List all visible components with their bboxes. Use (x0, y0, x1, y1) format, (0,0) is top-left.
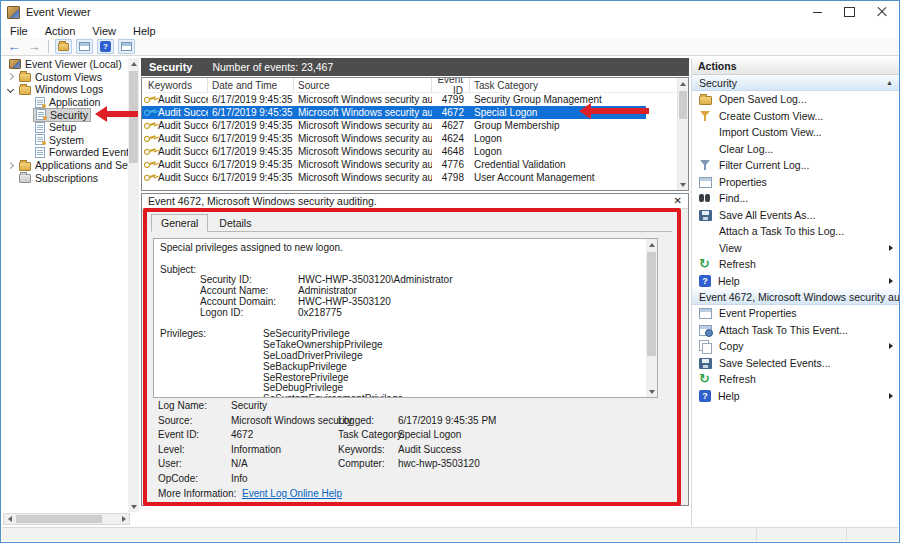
tree-item-system[interactable]: System (3, 134, 139, 147)
scroll-up-icon[interactable] (678, 78, 688, 89)
action-attach-task-to-log[interactable]: Attach a Task To this Log... (692, 223, 900, 240)
tree-item-setup[interactable]: Setup (3, 121, 139, 134)
properties-icon (699, 177, 712, 188)
tree-item-event-viewer-local[interactable]: Event Viewer (Local) (3, 58, 139, 71)
action-refresh-event[interactable]: Refresh (692, 371, 900, 388)
action-open-saved-log[interactable]: Open Saved Log... (692, 91, 900, 108)
refresh-icon (699, 373, 712, 385)
action-refresh[interactable]: Refresh (692, 256, 900, 273)
action-help[interactable]: Help (692, 273, 900, 290)
tree-item-application[interactable]: Application (3, 96, 139, 109)
folder-icon (19, 73, 31, 82)
menu-action[interactable]: Action (45, 25, 76, 37)
column-keywords[interactable]: Keywords (142, 78, 208, 92)
table-row[interactable]: Audit Success 6/17/2019 9:45:35 PM Micro… (142, 158, 688, 171)
maximize-icon[interactable] (833, 1, 865, 23)
help-icon (699, 275, 711, 287)
action-attach-task-to-event[interactable]: Attach Task To This Event... (692, 322, 900, 339)
action-import-custom-view[interactable]: Import Custom View... (692, 124, 900, 141)
chevron-right-icon[interactable] (7, 162, 14, 169)
action-copy[interactable]: Copy (692, 338, 900, 355)
tree-item-forwarded-events[interactable]: Forwarded Events (3, 146, 139, 159)
key-icon (143, 107, 157, 118)
table-row[interactable]: Audit Success 6/17/2019 9:45:35 PM Micro… (142, 145, 688, 158)
scroll-left-icon[interactable] (4, 514, 15, 524)
show-hide-console-tree-button[interactable] (55, 39, 72, 54)
menu-file[interactable]: File (10, 25, 28, 37)
scrollbar-thumb[interactable] (679, 91, 687, 119)
table-row[interactable]: Audit Success 6/17/2019 9:45:35 PM Micro… (142, 132, 688, 145)
table-row[interactable]: Audit Success 6/17/2019 9:45:35 PM Micro… (142, 93, 688, 106)
action-create-custom-view[interactable]: Create Custom View... (692, 108, 900, 125)
tree-item-custom-views[interactable]: Custom Views (3, 71, 139, 84)
submenu-arrow-icon (889, 393, 893, 399)
save-icon (699, 210, 712, 221)
action-filter-current-log[interactable]: Filter Current Log... (692, 157, 900, 174)
tab-general[interactable]: General (151, 214, 208, 232)
scroll-right-icon[interactable] (118, 514, 129, 524)
forward-icon[interactable]: → (26, 40, 42, 54)
tree-horizontal-scrollbar[interactable] (3, 513, 130, 525)
close-window-icon[interactable] (865, 1, 899, 23)
action-help-event[interactable]: Help (692, 388, 900, 405)
scrollbar-thumb[interactable] (647, 252, 656, 356)
tree-item-subscriptions[interactable]: Subscriptions (3, 171, 139, 184)
tree-item-security[interactable]: Security (3, 108, 139, 121)
column-task-category[interactable]: Task Category (470, 78, 688, 92)
column-event-id[interactable]: Event ID (432, 78, 470, 92)
minimize-icon[interactable] (801, 1, 833, 23)
help-icon (699, 390, 711, 402)
filter-icon (699, 159, 712, 171)
actions-section-event-4672[interactable]: Event 4672, Microsoft Windows security a… (692, 289, 900, 305)
action-clear-log[interactable]: Clear Log... (692, 141, 900, 158)
folder-icon (58, 43, 69, 51)
tree-item-applications-and-services[interactable]: Applications and Services Lo (3, 159, 139, 172)
log-name-value: Security (231, 400, 267, 411)
actions-section-security[interactable]: Security (692, 75, 900, 91)
scrollbar-thumb[interactable] (16, 515, 102, 523)
scroll-down-icon[interactable] (646, 386, 657, 397)
window-icon (79, 42, 90, 51)
column-source[interactable]: Source (294, 78, 432, 92)
actions-pane: Actions Security Open Saved Log... Creat… (691, 58, 900, 526)
action-save-all-events-as[interactable]: Save All Events As... (692, 207, 900, 224)
collapse-icon[interactable] (886, 79, 893, 86)
scrollbar-thumb[interactable] (129, 71, 138, 163)
action-pane-button[interactable] (118, 39, 135, 54)
menu-view[interactable]: View (92, 25, 116, 37)
filter-icon (699, 110, 712, 122)
close-preview-icon[interactable] (674, 196, 682, 206)
action-event-properties[interactable]: Event Properties (692, 305, 900, 322)
scroll-down-icon[interactable] (678, 179, 688, 190)
event-viewer-app-icon (7, 6, 20, 19)
table-row[interactable]: Audit Success 6/17/2019 9:45:35 PM Micro… (142, 171, 688, 184)
help-button[interactable]: ? (97, 39, 114, 54)
tree-vertical-scrollbar[interactable] (128, 58, 139, 512)
user-value: N/A (231, 458, 248, 469)
description-scrollbar[interactable] (646, 239, 657, 397)
chevron-down-icon[interactable] (7, 86, 14, 93)
key-icon (143, 120, 157, 131)
scroll-up-icon[interactable] (646, 239, 657, 250)
table-row-selected[interactable]: Audit Success 6/17/2019 9:45:35 PM Micro… (142, 106, 646, 119)
action-view[interactable]: View (692, 240, 900, 257)
event-list-scrollbar[interactable] (677, 78, 688, 190)
keywords-value: Audit Success (398, 444, 461, 455)
back-icon[interactable]: ← (6, 40, 22, 54)
scroll-down-icon[interactable] (128, 501, 139, 512)
key-icon (143, 172, 157, 183)
table-row[interactable]: Audit Success 6/17/2019 9:45:35 PM Micro… (142, 119, 688, 132)
properties-button[interactable] (76, 39, 93, 54)
event-log-online-help-link[interactable]: Event Log Online Help (242, 488, 342, 499)
key-icon (143, 94, 157, 105)
tab-details[interactable]: Details (210, 215, 260, 231)
tree-item-windows-logs[interactable]: Windows Logs (3, 83, 139, 96)
scroll-up-icon[interactable] (128, 58, 139, 69)
chevron-right-icon[interactable] (7, 73, 14, 80)
action-properties[interactable]: Properties (692, 174, 900, 191)
action-save-selected-events[interactable]: Save Selected Events... (692, 355, 900, 372)
menu-help[interactable]: Help (133, 25, 156, 37)
action-find[interactable]: Find... (692, 190, 900, 207)
event-description-box[interactable]: Special privileges assigned to new logon… (153, 238, 658, 398)
column-date-time[interactable]: Date and Time (208, 78, 294, 92)
